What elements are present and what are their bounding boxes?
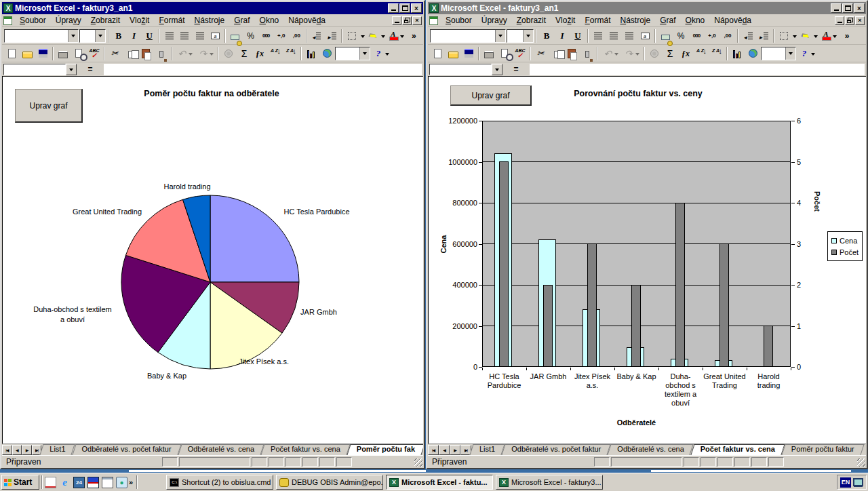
italic-button[interactable]: I xyxy=(127,28,142,43)
menu-vloit[interactable]: Vložit xyxy=(125,15,154,26)
bar-pocet-2[interactable] xyxy=(543,285,553,367)
zoom-combo-arrow[interactable] xyxy=(359,47,370,60)
borders-dropdown[interactable] xyxy=(776,28,797,43)
increase-indent-button[interactable] xyxy=(756,28,771,43)
bold-button[interactable]: B xyxy=(539,28,554,43)
sheet-tab-list1[interactable]: List1 xyxy=(471,444,503,455)
doc-minimize-button[interactable] xyxy=(392,16,401,25)
menu-nstroje[interactable]: Nástroje xyxy=(189,15,229,26)
menu-npovda[interactable]: Nápověda xyxy=(709,15,756,26)
menu-graf[interactable]: Graf xyxy=(655,15,680,26)
font-name-combo-arrow[interactable] xyxy=(495,30,505,42)
open-button[interactable] xyxy=(446,46,460,61)
align-left-button[interactable] xyxy=(162,28,177,43)
fill-color-dropdown[interactable] xyxy=(797,28,818,43)
menu-pravy[interactable]: Úpravy xyxy=(477,15,512,26)
more-buttons-chevron[interactable]: » xyxy=(407,28,422,43)
borders-dropdown[interactable] xyxy=(344,28,364,43)
doc-close-button[interactable]: × xyxy=(412,16,422,25)
menu-zobrazit[interactable]: Zobrazit xyxy=(86,15,125,26)
print-button[interactable] xyxy=(481,46,496,61)
sheet-tab-odb-ratel-vs-po-et-faktur[interactable]: Odběratelé vs. počet faktur xyxy=(503,444,609,455)
sheet-tab-pom-r-po-tu-fak[interactable]: Poměr počtu fak xyxy=(349,444,423,455)
tab-scroll-next-button[interactable]: ▶ xyxy=(450,445,460,455)
align-right-button[interactable] xyxy=(622,28,637,43)
menu-pravy[interactable]: Úpravy xyxy=(51,15,86,26)
decrease-indent-button[interactable] xyxy=(741,28,755,43)
paste-button[interactable] xyxy=(564,46,579,61)
print-button[interactable] xyxy=(56,46,71,61)
sheet-tab-po-et-faktur-vs-cena[interactable]: Počet faktur vs. cena xyxy=(692,444,783,455)
currency-style-button[interactable] xyxy=(658,28,673,43)
bar-pocet-6[interactable] xyxy=(719,243,729,367)
font-size-combo-arrow[interactable] xyxy=(95,30,105,42)
floppy-disk-icon[interactable] xyxy=(87,477,99,488)
doc-minimize-button[interactable] xyxy=(835,16,844,25)
task-button-4[interactable]: XMicrosoft Excel - faktury3... xyxy=(496,475,603,490)
increase-decimal-button[interactable]: +,0 xyxy=(705,28,719,43)
font-size-combo-arrow[interactable] xyxy=(523,30,533,42)
internet-explorer-icon[interactable]: e xyxy=(59,477,71,488)
print-preview-button[interactable] xyxy=(497,46,512,61)
spelling-button[interactable]: ABC xyxy=(513,46,528,61)
task-button-3[interactable]: XMicrosoft Excel - faktu... xyxy=(386,475,493,490)
autosum-button[interactable]: Σ xyxy=(237,46,252,61)
zoom-combo-arrow[interactable] xyxy=(785,47,795,60)
show-desktop-icon[interactable] xyxy=(102,477,113,488)
redo-button[interactable]: ↷ xyxy=(195,46,216,61)
doc-close-button[interactable]: × xyxy=(855,16,865,25)
merge-center-button[interactable]: a xyxy=(637,28,652,43)
sheet-tab-odb-ratel-vs-cena[interactable]: Odběratelé vs. cena xyxy=(180,444,262,455)
font-color-dropdown[interactable]: A xyxy=(386,28,406,43)
new-button[interactable] xyxy=(4,46,19,61)
mail-compose-icon[interactable] xyxy=(45,477,56,488)
doc-restore-button[interactable] xyxy=(402,16,412,25)
more-buttons-chevron[interactable]: » xyxy=(840,28,854,43)
tab-scroll-next-button[interactable]: ▶ xyxy=(22,445,32,455)
autosum-button[interactable]: Σ xyxy=(663,46,677,61)
minimize-button[interactable] xyxy=(388,3,399,13)
decrease-indent-button[interactable] xyxy=(309,28,324,43)
bold-button[interactable]: B xyxy=(111,28,126,43)
uprav-graf-button[interactable]: Uprav graf xyxy=(450,85,532,106)
menu-okno[interactable]: Okno xyxy=(255,15,284,26)
help-button[interactable]: ? xyxy=(371,46,391,61)
currency-style-button[interactable] xyxy=(228,28,243,43)
spelling-button[interactable]: ABC xyxy=(87,46,102,61)
chart-wizard-button[interactable] xyxy=(304,46,319,61)
formula-input[interactable] xyxy=(104,64,422,75)
tab-scroll-prev-button[interactable]: ◀ xyxy=(439,445,450,455)
sheet-tab-pom-r-po-tu-faktur[interactable]: Poměr počtu faktur xyxy=(783,444,863,455)
title-bar[interactable]: X Microsoft Excel - faktury3_an1 × xyxy=(428,2,866,14)
maximize-button[interactable] xyxy=(842,3,853,13)
bar-pocet-4[interactable] xyxy=(631,285,641,367)
insert-hyperlink-button[interactable] xyxy=(221,46,236,61)
font-name-combo[interactable] xyxy=(430,29,506,43)
bar-pocet-5[interactable] xyxy=(675,203,685,367)
tab-scroll-first-button[interactable]: |◀ xyxy=(428,445,439,455)
menu-zobrazit[interactable]: Zobrazit xyxy=(512,15,551,26)
percent-style-button[interactable]: % xyxy=(243,28,258,43)
increase-decimal-button[interactable]: +,0 xyxy=(274,28,289,43)
maximize-button[interactable] xyxy=(399,3,410,13)
menu-soubor[interactable]: Soubor xyxy=(15,15,51,26)
map-button[interactable] xyxy=(319,46,334,61)
name-box[interactable] xyxy=(3,64,66,75)
copy-button[interactable] xyxy=(123,46,138,61)
format-painter-button[interactable] xyxy=(580,46,595,61)
menu-soubor[interactable]: Soubor xyxy=(441,15,477,26)
task-button-1[interactable]: C:\Shortcut (2) to obislua.cmd xyxy=(166,475,273,490)
new-button[interactable] xyxy=(430,46,445,61)
paste-button[interactable] xyxy=(138,46,153,61)
tab-scroll-prev-button[interactable]: ◀ xyxy=(12,445,22,455)
title-bar[interactable]: X Microsoft Excel - faktury3_an1 × xyxy=(2,2,423,14)
terminal-24-icon[interactable]: 24 xyxy=(73,477,85,488)
bar-pocet-3[interactable] xyxy=(587,243,597,367)
map-button[interactable] xyxy=(745,46,760,61)
menu-nstroje[interactable]: Nástroje xyxy=(615,15,655,26)
save-button[interactable] xyxy=(35,46,50,61)
sheet-tab-odb-ratel-vs-po-et-faktur[interactable]: Odběratelé vs. počet faktur xyxy=(74,444,180,455)
cut-button[interactable]: ✂ xyxy=(533,46,548,61)
sort-descending-button[interactable]: Z A xyxy=(283,46,298,61)
chart-wizard-button[interactable] xyxy=(730,46,745,61)
